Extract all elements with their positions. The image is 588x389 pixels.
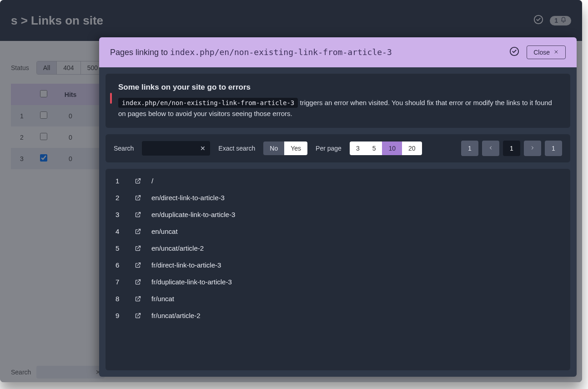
- pager-next-button[interactable]: [524, 141, 541, 156]
- chevron-right-icon: [530, 145, 535, 152]
- external-link-icon[interactable]: [135, 295, 141, 302]
- external-link-icon[interactable]: [135, 262, 141, 268]
- list-item-index: 8: [116, 295, 125, 303]
- external-link-icon[interactable]: [135, 312, 141, 319]
- list-item-path[interactable]: fr/uncat/article-2: [151, 312, 201, 319]
- alert-heading: Some links on your site go to errors: [118, 83, 558, 92]
- close-icon[interactable]: ✕: [200, 145, 206, 152]
- list-item-index: 2: [116, 194, 125, 202]
- list-item-index: 7: [116, 278, 125, 286]
- list-item-path[interactable]: fr/direct-link-to-article-3: [151, 261, 221, 269]
- list-item-path[interactable]: fr/duplicate-link-to-article-3: [151, 278, 232, 286]
- list-item-index: 6: [116, 261, 125, 269]
- list-item: 1/: [114, 172, 570, 189]
- list-item: 5en/uncat/article-2: [114, 240, 570, 257]
- chevron-left-icon: [488, 145, 493, 152]
- list-item-path[interactable]: en/uncat/article-2: [151, 244, 204, 252]
- alert-code-path: index.php/en/non-existing-link-from-arti…: [118, 98, 298, 108]
- pager-first-button[interactable]: 1: [461, 141, 478, 156]
- exact-search-label: Exact search: [218, 145, 255, 152]
- external-link-icon[interactable]: [135, 211, 141, 218]
- modal-title-prefix: Pages linking to: [110, 48, 170, 57]
- list-item-index: 9: [116, 312, 125, 319]
- per-page-label: Per page: [316, 145, 342, 152]
- list-item-path[interactable]: en/direct-link-to-article-3: [151, 194, 225, 202]
- list-item-path[interactable]: en/uncat: [151, 227, 178, 235]
- exact-search-toggle: No Yes: [263, 141, 307, 155]
- alert-body: index.php/en/non-existing-link-from-arti…: [118, 97, 558, 119]
- modal-title-path: index.php/en/non-existing-link-from-arti…: [170, 47, 392, 57]
- external-link-icon[interactable]: [135, 177, 141, 184]
- external-link-icon[interactable]: [135, 228, 141, 235]
- external-link-icon[interactable]: [135, 245, 141, 252]
- error-alert: Some links on your site go to errors ind…: [106, 74, 570, 128]
- search-label: Search: [114, 145, 134, 152]
- perpage-3-button[interactable]: 3: [350, 141, 366, 155]
- exact-no-button[interactable]: No: [263, 141, 284, 155]
- pager-current-button[interactable]: 1: [503, 141, 520, 156]
- list-item: 6fr/direct-link-to-article-3: [114, 257, 570, 273]
- exact-yes-button[interactable]: Yes: [284, 141, 307, 155]
- list-item: 4en/uncat: [114, 223, 570, 240]
- list-item-path[interactable]: en/duplicate-link-to-article-3: [151, 211, 235, 218]
- perpage-10-button[interactable]: 10: [382, 141, 402, 155]
- external-link-icon[interactable]: [135, 278, 141, 285]
- list-item-index: 3: [116, 211, 125, 218]
- per-page-toggle: 3 5 10 20: [350, 141, 422, 155]
- linking-pages-modal: Pages linking to index.php/en/non-existi…: [99, 37, 577, 377]
- external-link-icon[interactable]: [135, 194, 141, 201]
- pager-prev-button[interactable]: [482, 141, 499, 156]
- list-item: 9fr/uncat/article-2: [114, 307, 570, 324]
- pager-last-button[interactable]: 1: [545, 141, 562, 156]
- list-item: 8fr/uncat: [114, 290, 570, 307]
- list-item: 2en/direct-link-to-article-3: [114, 189, 570, 206]
- list-item: 7fr/duplicate-link-to-article-3: [114, 273, 570, 290]
- close-label: Close: [533, 49, 550, 56]
- pager: 1 1 1: [461, 141, 562, 156]
- list-item-index: 1: [116, 177, 125, 185]
- perpage-5-button[interactable]: 5: [366, 141, 382, 155]
- modal-header: Pages linking to index.php/en/non-existi…: [99, 37, 577, 67]
- list-item-index: 4: [116, 227, 125, 235]
- perpage-20-button[interactable]: 20: [402, 141, 422, 155]
- results-toolbar: Search ✕ Exact search No Yes Per page 3 …: [106, 134, 570, 162]
- list-item-path[interactable]: fr/uncat: [151, 295, 174, 303]
- modal-title: Pages linking to index.php/en/non-existi…: [110, 47, 392, 57]
- list-item: 3en/duplicate-link-to-article-3: [114, 206, 570, 223]
- results-list[interactable]: 1/2en/direct-link-to-article-33en/duplic…: [106, 169, 570, 370]
- close-icon: [553, 49, 559, 56]
- list-item-path[interactable]: /: [151, 177, 153, 185]
- list-item-index: 5: [116, 244, 125, 252]
- check-circle-icon[interactable]: [509, 46, 519, 58]
- close-button[interactable]: Close: [527, 45, 566, 59]
